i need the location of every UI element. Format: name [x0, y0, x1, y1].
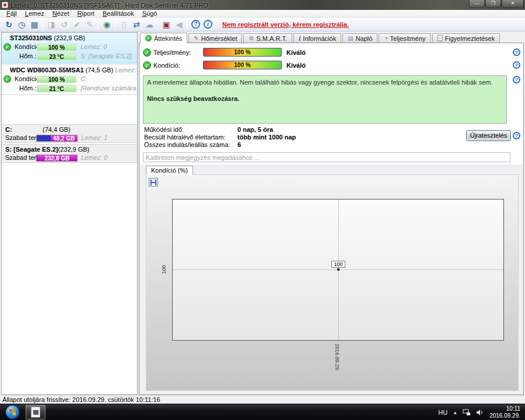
check-icon: ✓	[143, 61, 151, 69]
network-icon[interactable]	[463, 409, 471, 416]
disk-number-label: Lemez: 1	[81, 134, 107, 141]
tab-label: Áttekintés	[154, 35, 182, 42]
online-globe-icon[interactable]: ◉	[100, 19, 113, 30]
menu-file[interactable]: Fájl	[2, 10, 21, 17]
clock-date: 2016.09.29.	[489, 412, 520, 419]
monitor-settings-icon[interactable]: ▣	[160, 19, 173, 30]
toolbar-separator	[115, 19, 116, 30]
toolbar: ↻ ◷ ▦ ◨ ↺ ✔ ✎ ◉ ▯ ⇄ ☁ ▣ ◀ ? i Nem regisz…	[0, 18, 525, 32]
free-space-bar: 232,8 GB	[36, 155, 78, 162]
language-indicator[interactable]: HU	[438, 409, 447, 416]
stat-row-lifetime: Becsült hátralévő élettartam: több mint …	[144, 134, 296, 141]
disk-temp-row: Hőm.: 21 °C [Rendszer számára fennta	[2, 85, 137, 94]
condition-bar: 100 %	[37, 44, 76, 51]
taskbar-clock[interactable]: 10:11 2016.09.29.	[489, 405, 520, 419]
help-icon[interactable]: ?	[191, 20, 200, 29]
tab-alerts[interactable]: Figyelmeztetések	[432, 33, 501, 43]
tab-label: Figyelmeztetések	[445, 35, 495, 42]
save-icon	[150, 180, 156, 186]
disk-item-st3250310ns[interactable]: ST3250310NS (232,9 GB) ✓ Kondíció: 100 %…	[2, 33, 137, 64]
toolbar-separator	[98, 19, 99, 30]
free-segment: 48,2 GB	[51, 135, 77, 141]
disk-sidebar: ST3250310NS (232,9 GB) ✓ Kondíció: 100 %…	[1, 32, 138, 395]
menu-disk[interactable]: Lemez	[21, 10, 48, 17]
minimize-button[interactable]: —	[469, 0, 485, 8]
performance-row: ✓ Teljesítmény: 100 % Kiváló	[139, 47, 523, 59]
disk-number-label: Lemez: 0	[81, 154, 107, 161]
start-button[interactable]	[5, 405, 20, 419]
condition-bar: 100 %	[203, 61, 282, 69]
comments-icon[interactable]: ☁	[143, 19, 156, 30]
tab-information[interactable]: i Információk	[293, 33, 341, 43]
partition-item-s[interactable]: S: [Seagate ES.2] (232,9 GB) Szabad terü…	[2, 144, 137, 163]
windows-logo-icon	[9, 409, 16, 415]
help-icon[interactable]: ?	[513, 76, 520, 83]
tab-overview[interactable]: ✓ Áttekintés	[140, 33, 187, 43]
info-icon[interactable]: i	[204, 20, 212, 29]
tab-log[interactable]: ▤ Napló	[342, 33, 377, 43]
health-status-box: A merevlemez állapota hibátlan. Nem talá…	[143, 75, 507, 124]
disk-refresh-icon: ↺	[58, 19, 71, 30]
tab-smart[interactable]: ⚙ S.M.A.R.T.	[243, 33, 292, 43]
menu-report[interactable]: Riport	[74, 10, 99, 17]
partition-header: C: (74,4 GB)	[2, 125, 137, 133]
save-chart-button[interactable]	[149, 178, 158, 187]
register-link[interactable]: Nem regisztrált verzió, kérem regisztrál…	[222, 21, 349, 28]
clock-alert-icon[interactable]: ◷	[15, 19, 28, 30]
disk-health-row: ✓ Kondíció: 100 % C:	[2, 75, 137, 85]
disk-number-label: Lemez: 0	[80, 43, 136, 50]
free-segment: 232,8 GB	[37, 155, 77, 161]
data-point	[337, 268, 340, 271]
check-icon: ✓	[145, 35, 152, 41]
free-space-row: Szabad terület 48,2 GB Lemez: 1	[2, 134, 137, 144]
sound-icon: ◀	[173, 19, 186, 30]
window-controls: — ❐ ✕	[468, 0, 524, 8]
overview-panel: ✓ Teljesítmény: 100 % Kiváló ✓ Kondíció:…	[139, 43, 524, 395]
toolbar-separator	[43, 19, 43, 30]
status-bar: Állapot utoljára frissítve: 2016.09.29. …	[0, 396, 525, 404]
screenshot-icon[interactable]: ▦	[28, 19, 41, 30]
partition-item-c[interactable]: C: (74,4 GB) Szabad terület 48,2 GB Leme…	[2, 124, 137, 143]
window-title: Lemez: 0, ST3250310NS [9SF1SA6T] - Hard …	[10, 2, 208, 9]
sync-icon[interactable]: ⇄	[130, 19, 143, 30]
clock-time: 10:11	[489, 405, 520, 412]
close-button[interactable]: ✕	[502, 0, 524, 8]
disk-number-label: Lemez: 1	[115, 66, 138, 74]
volume-label: S: [Seagate ES.2]	[80, 52, 136, 60]
retest-button[interactable]: Újratesztelés	[466, 130, 511, 141]
info-icon: i	[299, 36, 300, 41]
partition-name: C:	[5, 126, 43, 133]
tab-temperature[interactable]: ✎ Hőmérséklet	[188, 33, 242, 43]
help-icon[interactable]: ?	[513, 48, 520, 56]
help-icon[interactable]: ?	[513, 61, 520, 69]
disk-name: ST3250310NS	[10, 34, 52, 41]
chart-tab-condition[interactable]: Kondíció (%)	[146, 166, 193, 175]
data-point-label: 100	[331, 261, 345, 268]
disk-size: (232,9 GB)	[54, 34, 85, 41]
exit-icon: ▯	[117, 19, 130, 30]
menu-view[interactable]: Nézet	[48, 10, 74, 17]
condition-rating: Kiváló	[286, 62, 306, 69]
hidden-icons-chevron[interactable]: ▲	[453, 410, 457, 415]
menu-settings[interactable]: Beállítások	[99, 10, 138, 17]
tab-label: Információk	[303, 35, 336, 42]
stat-row-start-stop: Összes indulás/leállás száma: 6	[144, 141, 296, 149]
volume-icon[interactable]	[476, 409, 484, 416]
taskbar-app-hdsentinel[interactable]	[26, 405, 46, 419]
disk-name: WDC WD800JD-55MSA1	[10, 66, 84, 74]
menu-help[interactable]: Súgó	[138, 10, 162, 17]
check-icon: ✓	[4, 75, 11, 83]
alerts-page-icon	[438, 35, 443, 41]
comment-input[interactable]	[143, 152, 510, 162]
stat-value: 6	[237, 141, 241, 149]
temp-bar: 21 °C	[37, 85, 76, 92]
maximize-button[interactable]: ❐	[485, 0, 501, 8]
stat-label: Működési idő:	[144, 126, 237, 134]
tab-performance[interactable]: ◔ Teljesítmény	[379, 33, 430, 43]
temp-label: Hőm.:	[19, 85, 36, 92]
refresh-icon[interactable]: ↻	[2, 19, 15, 30]
disk-item-wdc-wd800jd[interactable]: WDC WD800JD-55MSA1 (74,5 GB) Lemez: 1 ✓ …	[2, 64, 137, 95]
help-icon[interactable]: ?	[513, 132, 520, 139]
smart-icon: ⚙	[249, 36, 254, 41]
log-icon: ▤	[348, 36, 353, 41]
